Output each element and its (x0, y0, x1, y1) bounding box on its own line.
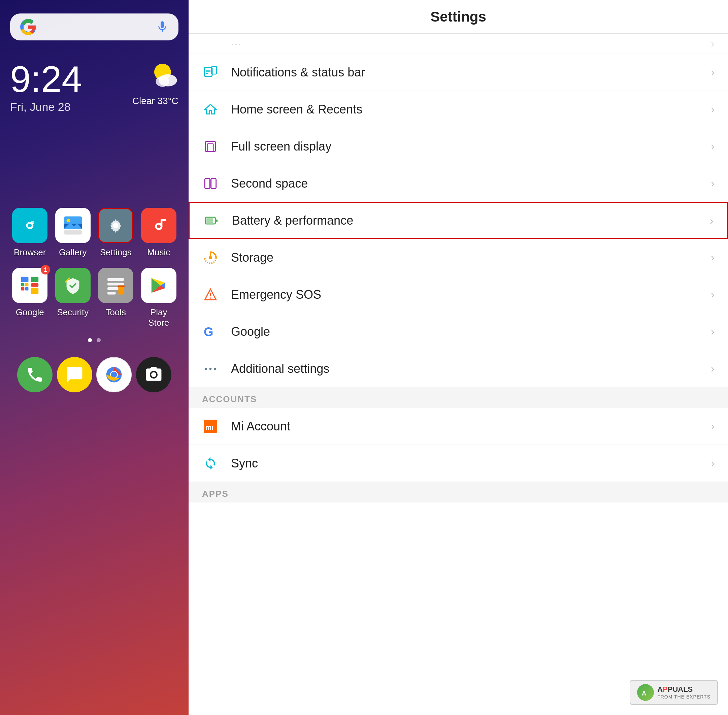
app-item-gallery[interactable]: Gallery (53, 208, 93, 258)
app-item-tools[interactable]: Tools (96, 268, 136, 328)
watermark-logo: A (637, 684, 654, 701)
dock-phone-icon (17, 357, 53, 392)
svg-rect-53 (206, 218, 213, 223)
app-label-security: Security (57, 307, 89, 318)
watermark: A APPUALS FROM THE EXPERTS (630, 680, 718, 705)
settings-item-google[interactable]: G Google › (188, 313, 728, 350)
dock-camera-icon (136, 357, 171, 392)
time-info: 9:24 Fri, June 28 (10, 60, 82, 113)
settings-list: ··· › Notifications & status bar › (188, 34, 728, 715)
settings-item-home[interactable]: Home screen & Recents › (188, 91, 728, 128)
security-icon (55, 268, 90, 303)
settings-header: Settings (188, 0, 728, 34)
dock (10, 350, 178, 399)
app-item-browser[interactable]: Browser (10, 208, 50, 258)
dock-messages-icon (57, 357, 92, 392)
google-apps-icon: 1 (12, 268, 47, 303)
weather-label: Clear 33°C (132, 96, 178, 106)
chevron-icon: › (711, 177, 714, 190)
app-label-browser: Browser (14, 247, 46, 258)
emergency-icon (202, 286, 219, 303)
svg-point-6 (31, 221, 34, 225)
app-item-security[interactable]: Security (53, 268, 93, 328)
dock-chrome-icon (96, 357, 132, 392)
settings-item-sync[interactable]: Sync › (188, 445, 728, 482)
second-space-icon (202, 175, 219, 192)
settings-item-battery[interactable]: Battery & performance › (188, 202, 728, 239)
app-label-settings: Settings (100, 247, 132, 258)
chevron-icon: › (711, 288, 714, 301)
page-dot-2 (96, 338, 101, 342)
settings-item-storage[interactable]: Storage › (188, 239, 728, 276)
chevron-icon: › (711, 66, 714, 78)
svg-rect-35 (107, 292, 116, 294)
svg-rect-25 (21, 287, 24, 290)
dock-item-chrome[interactable] (96, 357, 132, 392)
svg-rect-48 (208, 143, 214, 151)
settings-item-fullscreen[interactable]: Full screen display › (188, 128, 728, 165)
settings-item-second-space[interactable]: Second space › (188, 165, 728, 202)
sync-label: Sync (231, 456, 711, 471)
chevron-icon: › (710, 214, 713, 227)
google-icon: G (202, 323, 219, 340)
notifications-label: Notifications & status bar (231, 65, 711, 80)
chevron-icon: › (711, 140, 714, 152)
accounts-section-header: ACCOUNTS (188, 387, 728, 408)
apps-section-header: APPS (188, 482, 728, 502)
svg-point-60 (210, 367, 212, 370)
home-screen-label: Home screen & Recents (231, 103, 711, 116)
app-item-google-apps[interactable]: 1 Google (10, 268, 50, 328)
page-dot-1 (88, 338, 92, 342)
svg-rect-37 (118, 286, 125, 287)
svg-rect-12 (64, 230, 82, 235)
chevron-icon: › (711, 457, 714, 469)
app-item-settings[interactable]: Settings (96, 208, 136, 258)
search-bar[interactable] (10, 14, 178, 41)
svg-point-57 (210, 297, 211, 299)
mic-icon[interactable] (155, 20, 169, 34)
chevron-icon: › (711, 251, 714, 264)
chevron-icon: › (711, 325, 714, 338)
settings-item-emergency[interactable]: Emergency SOS › (188, 276, 728, 313)
settings-item-mi-account[interactable]: mi Mi Account › (188, 408, 728, 445)
settings-item-additional[interactable]: Additional settings › (188, 350, 728, 387)
sync-icon (202, 455, 219, 472)
phone-screen: 9:24 Fri, June 28 Clear 33°C (0, 0, 188, 715)
dock-item-camera[interactable] (136, 357, 172, 392)
svg-rect-47 (205, 142, 216, 152)
svg-point-5 (28, 224, 32, 227)
app-label-music: Music (147, 247, 170, 258)
mi-icon: mi (202, 418, 219, 435)
svg-point-61 (214, 367, 216, 370)
app-item-music[interactable]: Music (139, 208, 179, 258)
fullscreen-label: Full screen display (231, 139, 711, 154)
svg-rect-26 (25, 287, 28, 290)
app-label-google: Google (16, 307, 44, 318)
dock-item-phone[interactable] (17, 357, 53, 392)
dock-item-messages[interactable] (57, 357, 93, 392)
storage-icon (202, 249, 219, 266)
clock: 9:24 (10, 60, 82, 98)
settings-item-cropped[interactable]: ··· › (188, 34, 728, 54)
cropped-icon (202, 35, 219, 52)
browser-icon (12, 208, 47, 243)
play-store-icon (141, 268, 176, 303)
settings-icon (98, 208, 133, 243)
svg-rect-52 (216, 220, 218, 222)
second-space-label: Second space (231, 176, 711, 191)
app-label-tools: Tools (106, 307, 126, 318)
battery-icon (203, 212, 220, 229)
svg-point-11 (66, 219, 70, 222)
watermark-text: APPUALS FROM THE EXPERTS (657, 685, 710, 700)
app-item-play-store[interactable]: Play Store (139, 268, 179, 328)
gallery-icon (55, 208, 90, 243)
settings-item-notifications[interactable]: Notifications & status bar › (188, 54, 728, 91)
svg-rect-24 (25, 283, 28, 286)
home-icon (202, 101, 219, 118)
svg-rect-23 (21, 283, 24, 286)
tools-icon (98, 268, 133, 303)
svg-rect-32 (107, 278, 124, 281)
app-label-gallery: Gallery (59, 247, 86, 258)
svg-point-59 (205, 367, 207, 370)
notifications-icon (202, 64, 219, 81)
